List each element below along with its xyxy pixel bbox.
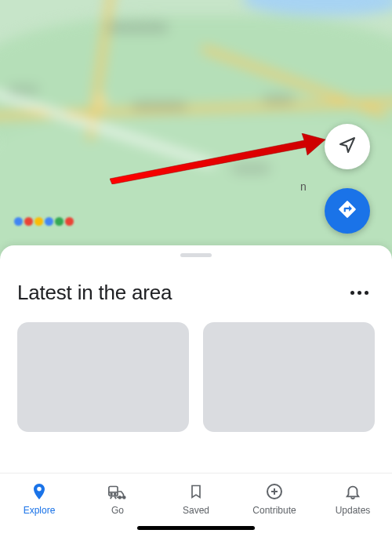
pin-icon <box>29 481 49 502</box>
google-logo <box>14 217 74 226</box>
nav-tab-explore[interactable]: Explore <box>0 474 78 537</box>
location-arrow-icon <box>338 136 357 158</box>
svg-point-7 <box>118 496 121 499</box>
svg-line-5 <box>111 497 112 499</box>
nav-label: Contribute <box>252 505 296 516</box>
transit-icon <box>107 481 128 502</box>
nav-label: Updates <box>336 505 371 516</box>
svg-point-3 <box>111 493 112 495</box>
svg-point-4 <box>114 493 116 495</box>
more-icon <box>350 291 354 295</box>
content-card[interactable] <box>203 322 375 432</box>
more-options-button[interactable] <box>344 285 375 301</box>
nav-tab-updates[interactable]: Updates <box>314 474 392 537</box>
map-label-fragment: n <box>300 180 307 193</box>
nav-label: Go <box>111 505 124 516</box>
section-title: Latest in the area <box>17 281 172 305</box>
bottom-sheet[interactable]: Latest in the area <box>0 245 392 481</box>
directions-icon <box>337 199 358 223</box>
nav-label: Explore <box>24 505 56 516</box>
nav-label: Saved <box>183 505 209 516</box>
svg-point-8 <box>123 496 125 499</box>
bell-icon <box>343 481 363 502</box>
content-card[interactable] <box>17 322 189 432</box>
content-cards-row <box>0 322 392 432</box>
svg-line-6 <box>114 497 116 499</box>
directions-button[interactable] <box>325 188 370 234</box>
bookmark-icon <box>186 481 206 502</box>
plus-circle-icon <box>264 481 285 502</box>
recenter-location-button[interactable] <box>325 124 370 169</box>
home-indicator[interactable] <box>137 526 255 530</box>
